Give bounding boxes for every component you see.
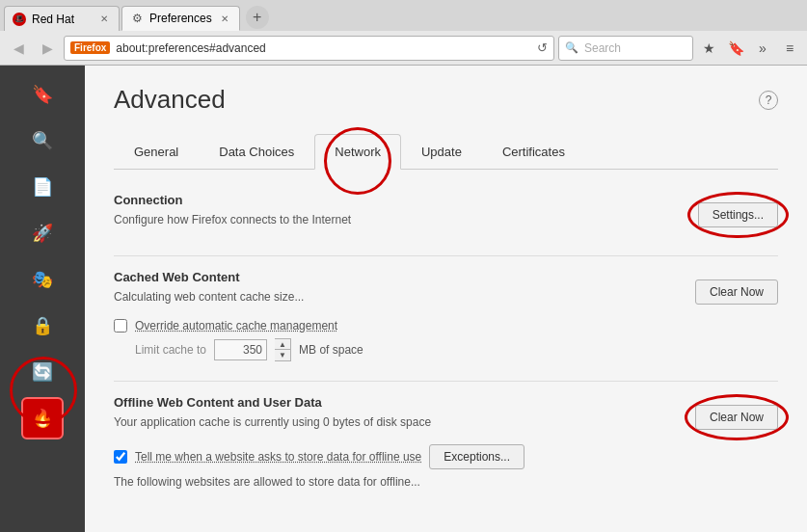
- cached-content-title: Cached Web Content: [114, 270, 304, 284]
- tell-me-label: Tell me when a website asks to store dat…: [135, 450, 421, 464]
- offline-content-section: Offline Web Content and User Data Your a…: [114, 395, 778, 489]
- search-icon: 🔍: [565, 41, 578, 54]
- search-bar[interactable]: 🔍 Search: [558, 36, 693, 61]
- back-button[interactable]: ◀: [6, 36, 31, 61]
- cache-limit-row: Limit cache to ▲ ▼ MB of space: [135, 338, 778, 361]
- help-icon[interactable]: ?: [759, 91, 778, 110]
- url-text: about:preferences#advanced: [116, 41, 531, 55]
- search-placeholder: Search: [584, 41, 621, 55]
- limit-cache-label: Limit cache to: [135, 343, 206, 357]
- override-cache-checkbox[interactable]: [114, 319, 127, 332]
- spinner-down-button[interactable]: ▼: [275, 350, 290, 360]
- url-bar[interactable]: Firefox about:preferences#advanced ↺: [64, 36, 554, 61]
- sidebar-icon-sync[interactable]: 🔄: [21, 351, 64, 393]
- sidebar-icon-search[interactable]: 🔍: [21, 120, 64, 162]
- nav-icons: ★ 🔖 » ≡: [697, 37, 801, 60]
- separator-2: [114, 381, 778, 382]
- offline-content-title: Offline Web Content and User Data: [114, 395, 431, 410]
- tab-data-choices[interactable]: Data Choices: [199, 134, 314, 170]
- sidebar-icon-mask[interactable]: 🎭: [21, 258, 64, 301]
- redhat-favicon: 🎩: [13, 13, 26, 26]
- tell-me-row: Tell me when a website asks to store dat…: [114, 444, 778, 469]
- offline-content-desc: Your application cache is currently usin…: [114, 415, 431, 429]
- connection-row: Connection Configure how Firefox connect…: [114, 193, 778, 236]
- cache-limit-input[interactable]: [214, 339, 267, 360]
- sidebar-icon-bookmarks[interactable]: 🔖: [21, 73, 64, 116]
- tab-redhat-label: Red Hat: [32, 13, 74, 26]
- main-layout: 🔖 🔍 📄 🚀 🎭 🔒 🔄 🔥 Advanced ? General Data …: [0, 66, 807, 532]
- tab-general[interactable]: General: [114, 134, 199, 170]
- page-title: Advanced: [114, 85, 226, 115]
- tabs-container: General Data Choices Network Update Cert…: [114, 134, 778, 170]
- tab-certificates[interactable]: Certificates: [482, 134, 585, 170]
- tab-preferences-label: Preferences: [149, 12, 212, 25]
- connection-title: Connection: [114, 193, 351, 207]
- more-tools-icon[interactable]: »: [751, 37, 774, 60]
- offline-clear-button[interactable]: Clear Now: [695, 405, 778, 430]
- sidebar-icon-fire[interactable]: 🔥: [21, 397, 64, 439]
- offline-content-row: Offline Web Content and User Data Your a…: [114, 395, 778, 439]
- mb-label: MB of space: [299, 343, 363, 357]
- cached-content-section: Cached Web Content Calculating web conte…: [114, 270, 778, 361]
- tab-redhat[interactable]: 🎩 Red Hat ✕: [4, 6, 120, 31]
- preferences-icon: ⚙: [130, 12, 144, 25]
- cached-clear-button[interactable]: Clear Now: [695, 279, 778, 305]
- cached-content-row: Cached Web Content Calculating web conte…: [114, 270, 778, 313]
- page-header: Advanced ?: [114, 85, 778, 115]
- override-cache-row: Override automatic cache management: [114, 319, 778, 332]
- tab-redhat-close[interactable]: ✕: [97, 13, 111, 26]
- spinner-up-button[interactable]: ▲: [275, 339, 290, 350]
- tab-network[interactable]: Network: [314, 134, 401, 170]
- cached-content-desc: Calculating web content cache size...: [114, 290, 304, 304]
- tab-preferences-close[interactable]: ✕: [218, 12, 231, 25]
- content-area: Advanced ? General Data Choices Network …: [85, 66, 807, 532]
- settings-button[interactable]: Settings...: [698, 202, 778, 227]
- sidebar: 🔖 🔍 📄 🚀 🎭 🔒 🔄 🔥: [0, 66, 85, 532]
- firefox-badge: Firefox: [70, 41, 110, 54]
- network-highlight-circle: [324, 127, 391, 195]
- new-tab-button[interactable]: +: [246, 6, 269, 29]
- following-label: The following websites are allowed to st…: [114, 475, 778, 489]
- connection-desc: Configure how Firefox connects to the In…: [114, 213, 351, 226]
- reload-button[interactable]: ↺: [537, 40, 548, 55]
- browser-window: 🎩 Red Hat ✕ ⚙ Preferences ✕ + ◀ ▶ Firefo…: [0, 0, 807, 532]
- tell-me-checkbox[interactable]: [114, 450, 127, 464]
- override-cache-label: Override automatic cache management: [135, 319, 337, 332]
- connection-section: Connection Configure how Firefox connect…: [114, 193, 778, 236]
- bookmarks-icon[interactable]: 🔖: [724, 37, 747, 60]
- separator-1: [114, 255, 778, 256]
- sidebar-icon-rocket[interactable]: 🚀: [21, 212, 64, 254]
- forward-button[interactable]: ▶: [35, 36, 60, 61]
- menu-icon[interactable]: ≡: [778, 37, 801, 60]
- nav-bar: ◀ ▶ Firefox about:preferences#advanced ↺…: [0, 31, 807, 66]
- cache-limit-spinner: ▲ ▼: [275, 338, 291, 361]
- sidebar-icon-lock[interactable]: 🔒: [21, 305, 64, 347]
- tab-bar: 🎩 Red Hat ✕ ⚙ Preferences ✕ +: [0, 0, 807, 31]
- sidebar-icon-reading[interactable]: 📄: [21, 166, 64, 208]
- exceptions-button[interactable]: Exceptions...: [429, 444, 525, 469]
- bookmark-icon[interactable]: ★: [697, 37, 720, 60]
- tab-update[interactable]: Update: [401, 134, 482, 170]
- tab-preferences[interactable]: ⚙ Preferences ✕: [121, 6, 240, 31]
